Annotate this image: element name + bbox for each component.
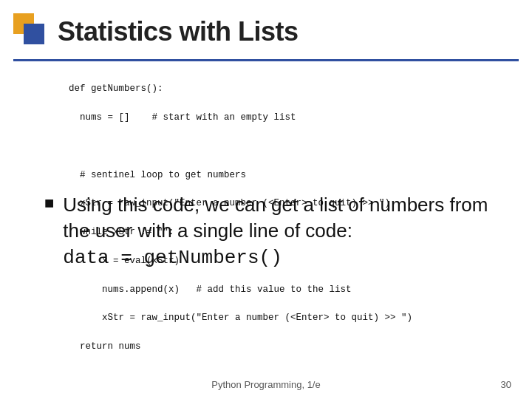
footer-center: Python Programming, 1/e (0, 379, 532, 390)
code-line-1: def getNumbers(): (69, 83, 163, 94)
bullet-text: Using this code, we can get a list of nu… (63, 194, 488, 242)
footer-page-number: 30 (501, 379, 511, 390)
title-divider (13, 59, 519, 61)
bullet-text-block: Using this code, we can get a list of nu… (63, 192, 510, 269)
code-line-8: nums.append(x) # add this value to the l… (58, 284, 352, 295)
blue-square (24, 24, 44, 44)
bullet-code: data = getNumbers() (63, 247, 510, 269)
bullet-marker: ■ (44, 194, 54, 213)
code-line-2: nums = [] # start with an empty list (58, 112, 296, 123)
footer: Python Programming, 1/e 30 (0, 379, 532, 390)
slide-title: Statistics with Lists (58, 16, 299, 47)
code-line-3 (58, 141, 64, 151)
code-line-10: return nums (58, 341, 141, 352)
code-line-4: # sentinel loop to get numbers (58, 170, 246, 180)
code-line-9: xStr = raw_input("Enter a number (<Enter… (58, 313, 412, 323)
decorative-squares (13, 13, 49, 58)
bullet-section: ■ Using this code, we can get a list of … (44, 192, 510, 269)
